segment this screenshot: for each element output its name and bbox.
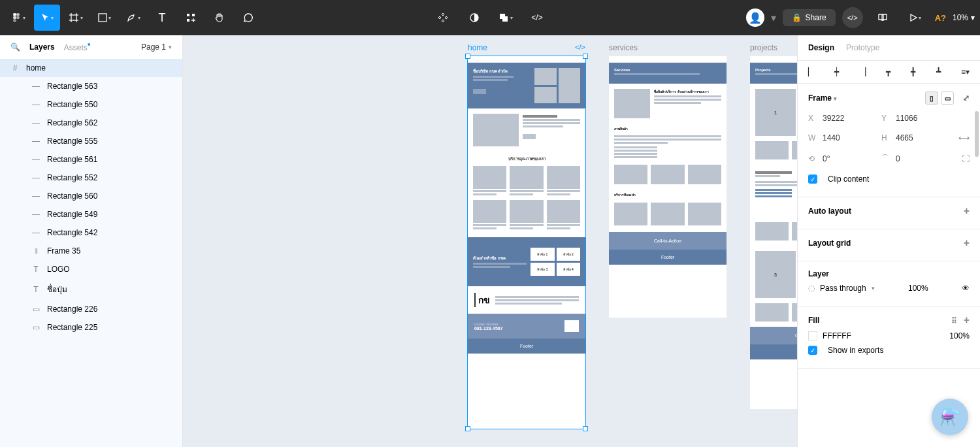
radius-input[interactable]: 0 — [896, 154, 941, 163]
layer-item[interactable]: —Rectangle 542 — [0, 224, 182, 242]
fill-style-icon[interactable]: ⠿ — [951, 316, 957, 325]
layer-item[interactable]: ▭Rectangle 226 — [0, 300, 182, 318]
frame-services[interactable]: services Services ชื่อสินค้า/บริการ ตัวอ… — [609, 56, 727, 318]
svg-rect-10 — [187, 14, 189, 16]
frame-label-services[interactable]: services — [609, 43, 638, 52]
fill-opacity[interactable]: 100% — [949, 331, 970, 340]
export-checkbox[interactable]: ✓ — [808, 346, 817, 355]
logo-text: กข — [474, 293, 490, 307]
library-icon[interactable] — [870, 5, 896, 31]
resources-tool[interactable] — [178, 5, 204, 31]
blend-select[interactable]: Pass through — [820, 284, 866, 293]
svg-rect-0 — [13, 13, 16, 16]
h-input[interactable]: 4665 — [896, 133, 941, 142]
distribute-icon[interactable]: ≡▾ — [961, 67, 970, 76]
plugin-fab[interactable]: ⚗️ — [932, 399, 968, 435]
svg-rect-9 — [99, 14, 106, 22]
zoom-control[interactable]: 10%▾ — [953, 13, 975, 22]
scrollbar[interactable] — [975, 111, 979, 157]
page-selector[interactable]: Page 1 ▾ — [141, 42, 172, 52]
add-grid[interactable]: + — [964, 237, 970, 249]
pen-tool[interactable]: ▾ — [120, 5, 146, 31]
comment-tool[interactable] — [235, 5, 261, 31]
add-autolayout[interactable]: + — [964, 205, 970, 217]
boolean-icon[interactable]: ▾ — [493, 5, 519, 31]
dev-mode-icon[interactable]: </> — [524, 5, 550, 31]
layer-item[interactable]: —Rectangle 563 — [0, 77, 182, 95]
dev-ready-icon[interactable]: </> — [575, 43, 585, 51]
rotation-icon: ⟲ — [808, 154, 817, 163]
text-tool[interactable]: T — [149, 5, 175, 31]
fill-swatch[interactable] — [808, 331, 817, 340]
layer-item[interactable]: —Rectangle 561 — [0, 150, 182, 169]
dev-toggle[interactable]: </> — [842, 7, 863, 28]
w-input[interactable]: 1440 — [823, 133, 868, 142]
layer-item[interactable]: —Rectangle 550 — [0, 95, 182, 114]
frame-label-home[interactable]: home — [468, 43, 487, 52]
layer-item[interactable]: —Rectangle 549 — [0, 205, 182, 224]
align-hcenter-icon[interactable]: ┿ — [834, 67, 839, 76]
clip-checkbox[interactable]: ✓ — [808, 174, 817, 184]
frame-tool[interactable]: ▾ — [63, 5, 89, 31]
frame-home[interactable]: home </> ชื่อบริษัท กขค จำกัด บริการคุณภ… — [468, 56, 585, 429]
layer-section-title: Layer — [808, 269, 970, 278]
frame-projects[interactable]: projects Projects 1 2 3 Call-to-Action F… — [750, 56, 797, 409]
svg-rect-11 — [192, 14, 195, 16]
align-right-icon[interactable]: ▕ — [860, 67, 866, 76]
layer-frame-home[interactable]: # home — [0, 59, 182, 77]
assets-tab[interactable]: Assets• — [64, 42, 91, 52]
figma-menu-button[interactable]: ▾ — [5, 5, 31, 31]
align-left-icon[interactable]: ▏ — [808, 67, 814, 76]
y-input[interactable]: 11066 — [896, 114, 941, 123]
hand-tool[interactable] — [206, 5, 233, 31]
fill-hex[interactable]: FFFFFF — [823, 331, 851, 340]
frame-label-projects[interactable]: projects — [750, 43, 777, 52]
layer-item[interactable]: TLOGO — [0, 260, 182, 278]
layer-item[interactable]: Tชื่อปุ่ม — [0, 278, 182, 300]
landscape-icon[interactable]: ▭ — [941, 91, 954, 105]
add-fill[interactable]: + — [964, 314, 970, 325]
share-button[interactable]: 🔒Share — [783, 9, 836, 26]
user-avatar[interactable]: 👤 — [746, 8, 764, 27]
components-icon[interactable] — [430, 5, 456, 31]
layer-item[interactable]: —Rectangle 552 — [0, 169, 182, 187]
sub3: บริการที่แนะนำ — [609, 190, 727, 200]
mask-icon[interactable] — [461, 5, 487, 31]
align-vcenter-icon[interactable]: ╋ — [911, 67, 915, 76]
design-tab[interactable]: Design — [808, 43, 834, 52]
portrait-icon[interactable]: ▯ — [925, 91, 938, 105]
x-input[interactable]: 39222 — [823, 114, 868, 123]
rotation-input[interactable]: 0° — [823, 154, 868, 163]
layer-item[interactable]: —Rectangle 560 — [0, 187, 182, 205]
shape-tool[interactable]: ▾ — [91, 5, 118, 31]
constrain-icon[interactable]: ⟷ — [958, 133, 970, 142]
independent-corners-icon[interactable]: ⛶ — [962, 154, 970, 163]
align-top-icon[interactable]: ┳ — [886, 67, 890, 76]
layoutgrid-title: Layout grid — [808, 239, 851, 248]
layer-item[interactable]: ▭Rectangle 225 — [0, 318, 182, 337]
resize-fit-icon[interactable]: ⤢ — [963, 93, 970, 103]
canvas[interactable]: home </> ชื่อบริษัท กขค จำกัด บริการคุณภ… — [183, 35, 797, 447]
svg-rect-2 — [13, 16, 16, 20]
layers-tab[interactable]: Layers — [29, 42, 55, 52]
sub2: ภาพสินค้า — [609, 124, 727, 134]
design-panel: Design Prototype ▏ ┿ ▕ ┳ ╋ ┻ ≡▾ Frame ▾ … — [797, 35, 980, 447]
clip-label: Clip content — [828, 174, 869, 184]
align-bottom-icon[interactable]: ┻ — [936, 67, 941, 76]
frame-icon: # — [10, 63, 20, 73]
search-icon[interactable]: 🔍 — [10, 42, 20, 52]
autolayout-title: Auto layout — [808, 207, 851, 216]
present-button[interactable]: ▾ — [902, 5, 928, 31]
layer-item[interactable]: —Rectangle 555 — [0, 132, 182, 150]
grid-heading: ตัวอย่างหัวข้อ กขค — [473, 255, 527, 261]
opacity-input[interactable]: 100% — [908, 284, 928, 293]
missing-fonts-icon[interactable]: A? — [935, 13, 946, 23]
layer-item[interactable]: ⦀Frame 35 — [0, 242, 182, 260]
fill-title: Fill — [808, 316, 819, 325]
svg-rect-15 — [502, 16, 508, 22]
radius-icon: ⌒ — [881, 153, 890, 164]
prototype-tab[interactable]: Prototype — [846, 43, 879, 52]
visibility-icon[interactable]: 👁 — [962, 284, 970, 293]
layer-item[interactable]: —Rectangle 562 — [0, 114, 182, 132]
move-tool[interactable]: ▾ — [34, 5, 60, 31]
